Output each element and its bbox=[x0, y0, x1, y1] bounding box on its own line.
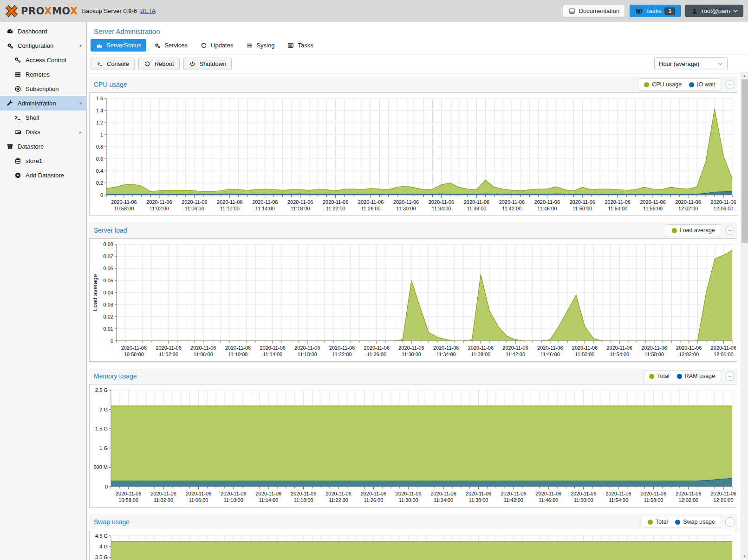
svg-text:2020-11-06: 2020-11-06 bbox=[710, 491, 736, 496]
beta-link[interactable]: BETA bbox=[140, 7, 156, 14]
documentation-button[interactable]: Documentation bbox=[563, 5, 625, 17]
svg-text:11:38:00: 11:38:00 bbox=[471, 352, 490, 357]
vertical-scrollbar[interactable]: ▲ ▼ bbox=[741, 72, 748, 560]
panel-header: CPU usage CPU usage IO wait bbox=[89, 77, 737, 92]
panel-body: 0500 M1 G1.5 G2 G2.5 G2020-11-0610:58:00… bbox=[89, 384, 737, 508]
collapse-panel-button[interactable] bbox=[725, 517, 735, 527]
shutdown-button[interactable]: Shutdown bbox=[183, 58, 232, 70]
sidebar-item-shell[interactable]: Shell bbox=[0, 111, 86, 125]
svg-text:0.05: 0.05 bbox=[104, 278, 113, 283]
caret-down-icon: ▾ bbox=[79, 43, 82, 48]
svg-text:11:54:00: 11:54:00 bbox=[610, 352, 629, 357]
terminal-icon bbox=[14, 114, 21, 121]
svg-text:2020-11-06: 2020-11-06 bbox=[294, 345, 320, 351]
chart-legend: Total Swap usage bbox=[642, 516, 721, 528]
svg-text:2020-11-06: 2020-11-06 bbox=[605, 491, 631, 496]
scroll-up-arrow[interactable]: ▲ bbox=[741, 72, 748, 79]
sidebar-item-access-control[interactable]: Access Control bbox=[0, 53, 86, 67]
reboot-button[interactable]: Reboot bbox=[138, 58, 180, 70]
charts-content: CPU usage CPU usage IO wait 00.20.40.60.… bbox=[87, 74, 740, 560]
sidebar-item-label: Add Datastore bbox=[26, 172, 64, 179]
sidebar-item-label: Dashboard bbox=[18, 28, 47, 35]
chart-legend: CPU usage IO wait bbox=[638, 78, 721, 91]
svg-text:11:26:00: 11:26:00 bbox=[364, 497, 383, 503]
svg-text:0: 0 bbox=[105, 484, 108, 489]
legend-dot bbox=[689, 82, 694, 87]
svg-text:2020-11-06: 2020-11-06 bbox=[429, 199, 454, 205]
sidebar-item-configuration[interactable]: Configuration ▾ bbox=[0, 39, 86, 53]
book-icon bbox=[568, 8, 576, 14]
svg-text:2020-11-06: 2020-11-06 bbox=[291, 491, 316, 496]
sidebar-item-store1[interactable]: store1 bbox=[0, 154, 86, 168]
tab-tasks[interactable]: Tasks bbox=[282, 39, 318, 52]
svg-text:11:34:00: 11:34:00 bbox=[431, 206, 451, 211]
svg-text:11:46:00: 11:46:00 bbox=[537, 206, 557, 211]
sidebar-item-label: Shell bbox=[26, 114, 39, 121]
tab-syslog[interactable]: Syslog bbox=[241, 39, 280, 52]
collapse-panel-button[interactable] bbox=[725, 80, 735, 89]
legend-item: Swap usage bbox=[675, 519, 715, 525]
svg-text:2020-11-06: 2020-11-06 bbox=[572, 345, 598, 351]
task-list-icon bbox=[287, 42, 294, 49]
svg-text:11:10:00: 11:10:00 bbox=[228, 352, 247, 357]
svg-text:2020-11-06: 2020-11-06 bbox=[499, 199, 525, 205]
svg-text:11:02:00: 11:02:00 bbox=[159, 352, 178, 357]
sidebar-item-label: Configuration bbox=[18, 42, 53, 49]
svg-text:4.5 G: 4.5 G bbox=[95, 533, 108, 539]
svg-text:0.2: 0.2 bbox=[96, 180, 103, 186]
svg-text:12:06:00: 12:06:00 bbox=[714, 206, 734, 211]
svg-text:12:02:00: 12:02:00 bbox=[678, 497, 698, 503]
sidebar-item-subscription[interactable]: Subscription bbox=[0, 82, 86, 96]
sidebar-item-datastore[interactable]: Datastore bbox=[0, 139, 86, 154]
timeframe-select[interactable]: Hour (average) bbox=[654, 57, 728, 70]
svg-text:2020-11-06: 2020-11-06 bbox=[468, 345, 494, 351]
svg-text:2020-11-06: 2020-11-06 bbox=[464, 199, 489, 205]
server-load-chart: 00.010.020.030.040.050.060.070.082020-11… bbox=[90, 239, 736, 361]
sidebar-item-label: store1 bbox=[26, 157, 42, 164]
key-icon bbox=[14, 57, 21, 64]
svg-text:2 G: 2 G bbox=[99, 407, 108, 412]
scroll-down-arrow[interactable]: ▼ bbox=[741, 553, 748, 560]
sidebar-item-add-datastore[interactable]: Add Datastore bbox=[0, 168, 86, 182]
svg-text:11:06:00: 11:06:00 bbox=[194, 352, 213, 357]
user-menu-button[interactable]: root@pam bbox=[685, 5, 743, 17]
svg-text:11:18:00: 11:18:00 bbox=[294, 497, 313, 503]
tab-label: Tasks bbox=[298, 42, 313, 49]
svg-text:2020-11-06: 2020-11-06 bbox=[534, 199, 560, 205]
sidebar-item-dashboard[interactable]: Dashboard bbox=[0, 24, 86, 39]
svg-text:2020-11-06: 2020-11-06 bbox=[364, 345, 390, 351]
svg-text:10:58:00: 10:58:00 bbox=[124, 352, 144, 357]
memory-usage-panel: Memory usage Total RAM usage 0500 M1 G1.… bbox=[89, 368, 737, 508]
sidebar-item-remotes[interactable]: Remotes bbox=[0, 67, 86, 82]
svg-text:11:34:00: 11:34:00 bbox=[436, 352, 456, 357]
svg-text:11:02:00: 11:02:00 bbox=[154, 497, 173, 503]
tab-label: Syslog bbox=[256, 42, 274, 49]
scrollbar-thumb[interactable] bbox=[741, 79, 748, 243]
svg-text:2020-11-06: 2020-11-06 bbox=[398, 345, 424, 351]
tab-serverstatus[interactable]: ServerStatus bbox=[91, 39, 146, 52]
svg-text:11:34:00: 11:34:00 bbox=[434, 497, 453, 503]
collapse-panel-button[interactable] bbox=[725, 371, 735, 381]
swap-usage-chart: 0500 M1 G1.5 G2 G2.5 G3 G3.5 G4 G4.5 G20… bbox=[90, 530, 736, 560]
tasks-button[interactable]: Tasks 1 bbox=[630, 5, 681, 17]
tab-services[interactable]: Services bbox=[149, 39, 193, 52]
svg-text:11:46:00: 11:46:00 bbox=[539, 497, 558, 503]
svg-text:12:02:00: 12:02:00 bbox=[679, 352, 699, 357]
topbar-actions: Documentation Tasks 1 root@pam bbox=[563, 5, 743, 17]
svg-text:3.5 G: 3.5 G bbox=[95, 554, 108, 560]
svg-text:2020-11-06: 2020-11-06 bbox=[190, 345, 216, 351]
user-label: root@pam bbox=[702, 7, 730, 14]
sidebar-item-disks[interactable]: Disks ▸ bbox=[0, 125, 86, 139]
svg-text:11:50:00: 11:50:00 bbox=[574, 497, 593, 503]
svg-text:11:14:00: 11:14:00 bbox=[263, 352, 282, 357]
console-button[interactable]: Console bbox=[91, 58, 135, 70]
plus-circle-icon bbox=[14, 172, 21, 179]
gears-icon bbox=[154, 42, 161, 49]
legend-dot bbox=[672, 228, 677, 233]
main-panel: Server Administration ServerStatus S bbox=[87, 22, 748, 560]
svg-text:2020-11-06: 2020-11-06 bbox=[217, 199, 242, 205]
collapse-panel-button[interactable] bbox=[725, 226, 735, 235]
sidebar-item-administration[interactable]: Administration ▾ bbox=[0, 96, 86, 111]
svg-text:11:42:00: 11:42:00 bbox=[506, 352, 525, 357]
tab-updates[interactable]: Updates bbox=[195, 39, 238, 52]
